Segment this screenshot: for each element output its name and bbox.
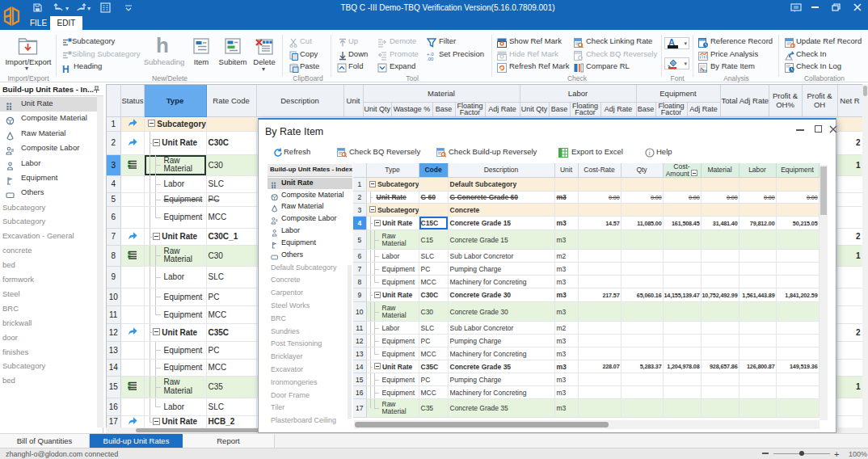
svg-text:.00: .00 [427, 57, 434, 61]
svg-text:i: i [649, 149, 651, 157]
svg-text:Rate: Rate [700, 69, 708, 73]
